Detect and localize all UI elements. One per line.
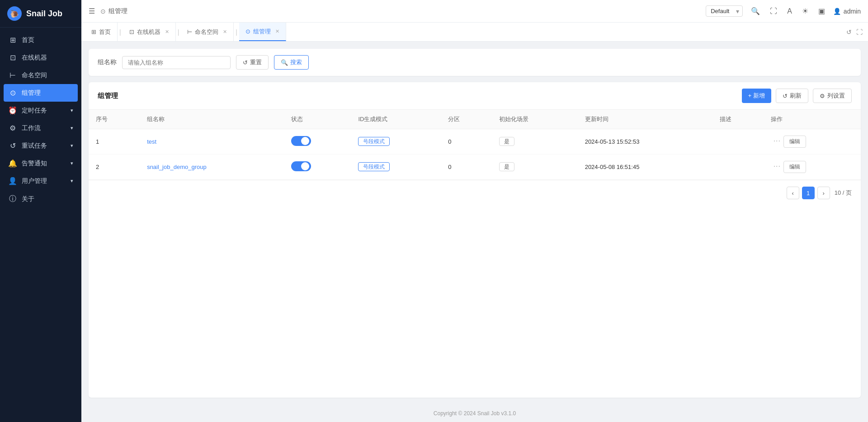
- copyright-text: Copyright © 2024 Snail Job v3.1.0: [434, 410, 516, 417]
- row-index: 1: [89, 129, 140, 155]
- env-select[interactable]: Default: [706, 5, 743, 17]
- group-table: 序号组名称状态ID生成模式分区初始化场景更新时间描述操作 1test号段模式0是…: [89, 110, 861, 180]
- row-actions: ···编辑: [764, 155, 861, 180]
- admin-label: admin: [844, 8, 861, 15]
- page-1-label: 1: [807, 190, 810, 197]
- prev-icon: ‹: [792, 190, 794, 197]
- tab-close-online-machines[interactable]: ✕: [165, 29, 169, 35]
- prev-page-button[interactable]: ‹: [787, 187, 799, 199]
- new-button[interactable]: + 新增: [742, 89, 771, 103]
- fullscreen-icon[interactable]: ⛶: [768, 5, 779, 17]
- row-description: [712, 129, 764, 155]
- sidebar-icon-retry-tasks: ↺: [8, 141, 17, 150]
- translate-icon[interactable]: A: [785, 5, 794, 17]
- row-partition: 0: [441, 155, 492, 180]
- tab-separator-0: |: [118, 28, 123, 36]
- main-area: ☰ ⊙ 组管理 Default 🔍 ⛶ A ☀ ▣ 👤 admin ⊞: [81, 0, 868, 422]
- row-more-icon[interactable]: ···: [771, 137, 783, 145]
- admin-avatar-icon: 👤: [833, 8, 841, 15]
- col-header-3: ID生成模式: [351, 110, 441, 129]
- tab-expand-icon[interactable]: ⛶: [856, 28, 863, 36]
- page-1-button[interactable]: 1: [802, 187, 815, 199]
- column-settings-button[interactable]: ⚙ 列设置: [813, 89, 852, 103]
- row-description: [712, 155, 764, 180]
- cell-name-link[interactable]: test: [147, 138, 156, 145]
- next-page-button[interactable]: ›: [817, 187, 830, 199]
- table-header: 组管理 + 新增 ↺ 刷新 ⚙ 列设置: [89, 82, 861, 110]
- collapse-sidebar-button[interactable]: ☰: [89, 7, 95, 15]
- tab-namespace[interactable]: ⊢ 命名空间✕: [181, 23, 234, 41]
- tab-online-machines[interactable]: ⊡ 在线机器✕: [123, 23, 176, 41]
- row-id-mode: 号段模式: [351, 129, 441, 155]
- table-row: 1test号段模式0是2024-05-13 15:52:53···编辑: [89, 129, 861, 155]
- filter-group-name-label: 组名称: [98, 58, 117, 66]
- row-update-time: 2024-05-13 15:52:53: [578, 129, 712, 155]
- sidebar-logo: 🐌 Snail Job: [0, 0, 81, 28]
- search-button[interactable]: 🔍 搜索: [274, 55, 309, 70]
- row-more-icon[interactable]: ···: [771, 162, 783, 170]
- cell-status-toggle[interactable]: [291, 161, 311, 171]
- sidebar-label-alerts: 告警通知: [22, 159, 47, 168]
- tab-close-namespace[interactable]: ✕: [223, 29, 227, 35]
- search-label: 搜索: [290, 58, 302, 66]
- reset-button[interactable]: ↺ 重置: [236, 55, 269, 70]
- sidebar-label-scheduled-tasks: 定时任务: [22, 107, 47, 115]
- tab-close-group-management[interactable]: ✕: [275, 28, 279, 34]
- sidebar-item-namespace[interactable]: ⊢ 命名空间: [0, 66, 81, 84]
- sidebar-item-online-machines[interactable]: ⊡ 在线机器: [0, 49, 81, 66]
- search-icon[interactable]: 🔍: [749, 5, 762, 17]
- layout-icon[interactable]: ▣: [816, 5, 827, 17]
- env-select-wrap: Default: [706, 5, 743, 17]
- table-card: 组管理 + 新增 ↺ 刷新 ⚙ 列设置: [89, 82, 861, 398]
- table-header-row: 序号组名称状态ID生成模式分区初始化场景更新时间描述操作: [89, 110, 861, 129]
- tab-label-online-machines: 在线机器: [137, 28, 160, 36]
- sidebar-label-home: 首页: [22, 36, 34, 44]
- table-title: 组管理: [98, 92, 118, 100]
- sidebar-icon-namespace: ⊢: [8, 71, 17, 80]
- sidebar-arrow-scheduled-tasks: ▾: [71, 108, 73, 113]
- settings-icon: ⚙: [820, 93, 825, 99]
- filter-bar: 组名称 ↺ 重置 🔍 搜索: [89, 49, 861, 76]
- topbar: ☰ ⊙ 组管理 Default 🔍 ⛶ A ☀ ▣ 👤 admin: [81, 0, 868, 23]
- sidebar-item-retry-tasks[interactable]: ↺ 重试任务 ▾: [0, 137, 81, 155]
- sidebar-item-workflow[interactable]: ⚙ 工作流 ▾: [0, 119, 81, 137]
- edit-button[interactable]: 编辑: [783, 161, 806, 173]
- sidebar-item-alerts[interactable]: 🔔 告警通知 ▾: [0, 155, 81, 172]
- refresh-button[interactable]: ↺ 刷新: [776, 89, 808, 103]
- row-init-scene: 是: [492, 129, 577, 155]
- row-actions: ···编辑: [764, 129, 861, 155]
- footer: Copyright © 2024 Snail Job v3.1.0: [81, 405, 868, 422]
- row-status: [284, 155, 351, 180]
- col-header-1: 组名称: [140, 110, 284, 129]
- sidebar-item-home[interactable]: ⊞ 首页: [0, 31, 81, 49]
- sidebar-label-group-management: 组管理: [22, 89, 41, 97]
- edit-button[interactable]: 编辑: [783, 136, 806, 148]
- col-header-4: 分区: [441, 110, 492, 129]
- tab-label-group-management: 组管理: [253, 28, 271, 36]
- tab-home[interactable]: ⊞ 首页: [85, 23, 118, 41]
- sidebar-label-user-management: 用户管理: [22, 177, 47, 185]
- tab-separator-1: |: [176, 28, 181, 36]
- sidebar-item-scheduled-tasks[interactable]: ⏰ 定时任务 ▾: [0, 102, 81, 119]
- sidebar: 🐌 Snail Job ⊞ 首页 ⊡ 在线机器 ⊢ 命名空间 ⊙ 组管理 ⏰ 定…: [0, 0, 81, 422]
- theme-icon[interactable]: ☀: [800, 5, 810, 17]
- sidebar-item-about[interactable]: ⓘ 关于: [0, 190, 81, 208]
- col-header-7: 描述: [712, 110, 764, 129]
- tab-group-management[interactable]: ⊙ 组管理✕: [239, 23, 286, 41]
- col-header-5: 初始化场景: [492, 110, 577, 129]
- cell-name-link[interactable]: snail_job_demo_group: [147, 164, 207, 170]
- sidebar-arrow-workflow: ▾: [71, 125, 73, 131]
- cell-partition: 0: [448, 164, 451, 170]
- sidebar-item-user-management[interactable]: 👤 用户管理 ▾: [0, 172, 81, 190]
- filter-group-name-input[interactable]: [122, 56, 231, 69]
- sidebar-item-group-management[interactable]: ⊙ 组管理: [4, 84, 78, 102]
- refresh-label: 刷新: [790, 92, 802, 100]
- sidebar-icon-group-management: ⊙: [8, 89, 17, 97]
- row-id-mode: 号段模式: [351, 155, 441, 180]
- admin-menu[interactable]: 👤 admin: [833, 8, 861, 15]
- table-row: 2snail_job_demo_group号段模式0是2024-05-08 16…: [89, 155, 861, 180]
- tab-refresh-icon[interactable]: ↺: [846, 28, 852, 36]
- sidebar-icon-home: ⊞: [8, 36, 17, 44]
- tabbar: ⊞ 首页|⊡ 在线机器✕|⊢ 命名空间✕|⊙ 组管理✕ ↺ ⛶: [81, 23, 868, 42]
- cell-status-toggle[interactable]: [291, 136, 311, 146]
